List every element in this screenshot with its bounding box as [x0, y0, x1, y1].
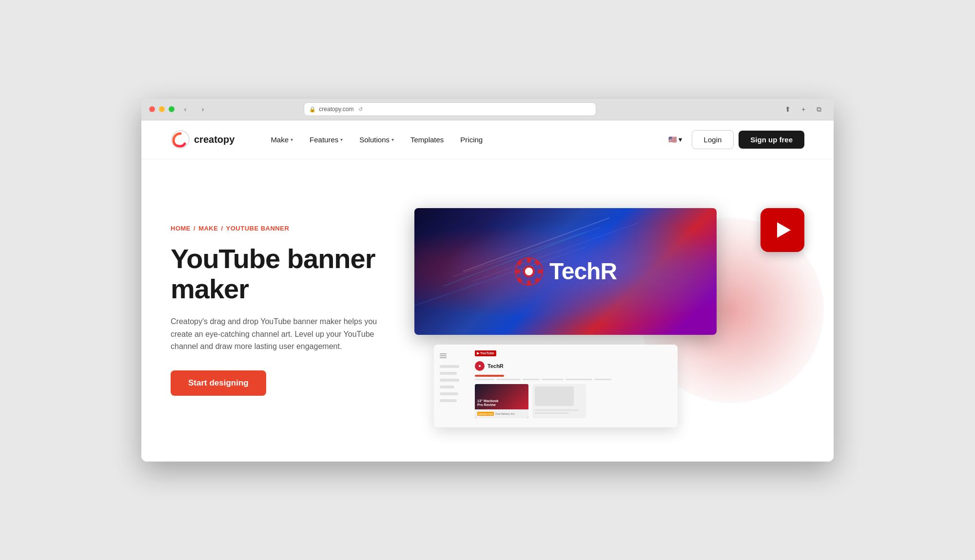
breadcrumb-home[interactable]: Home [171, 225, 191, 232]
yt-channel-row: TechR [475, 361, 672, 371]
refresh-icon: ↺ [358, 106, 363, 113]
gear-icon [514, 257, 544, 286]
yt-sidebar-item [440, 399, 457, 402]
chevron-down-icon: ▾ [291, 137, 293, 142]
svg-rect-10 [515, 270, 520, 273]
yt-card-tagline: Free Delivery Incl. [495, 412, 515, 415]
amazon-logo: amazon.com [477, 412, 494, 416]
forward-button[interactable]: › [196, 102, 210, 116]
nav-pricing-label: Pricing [460, 135, 483, 144]
svg-rect-11 [538, 270, 543, 273]
yt-sidebar-item [440, 379, 459, 382]
yt-card-title: 13" MacbookPro Review [477, 399, 526, 407]
minimize-button[interactable] [159, 106, 165, 112]
yt-sidebar-item [440, 365, 459, 368]
nav-links: Make ▾ Features ▾ Solutions ▾ Templates … [264, 132, 663, 148]
browser-right-controls: ⬆ + ⧉ [781, 102, 826, 116]
nav-features[interactable]: Features ▾ [303, 132, 350, 148]
hero-visual: TechR [414, 208, 804, 413]
flag-icon: 🇺🇸 [668, 135, 677, 143]
yt-channel-name: TechR [488, 363, 504, 369]
nav-make-label: Make [271, 135, 289, 144]
yt-main-content: ▶ YouTube TechR [475, 350, 672, 422]
svg-rect-15 [534, 259, 541, 266]
language-selector[interactable]: 🇺🇸 ▾ [663, 133, 687, 146]
signup-button[interactable]: Sign up free [739, 131, 804, 149]
svg-rect-8 [527, 258, 531, 263]
hero-content: Home / Make / YouTube Banner YouTube ban… [171, 225, 414, 396]
nav-templates-label: Templates [410, 135, 444, 144]
breadcrumb-sep2: / [221, 225, 223, 232]
yt-card-footer: amazon.com Free Delivery Incl. [475, 409, 528, 418]
yt-video-card-2 [532, 384, 586, 418]
yt-sidebar-item [440, 392, 458, 395]
yt-video-card-1: 13" MacbookPro Review amazon.com Free De… [475, 384, 528, 418]
svg-rect-19 [440, 357, 447, 358]
banner-preview-bg: TechR [414, 208, 717, 335]
play-triangle-icon [777, 222, 791, 238]
chevron-down-icon: ▾ [679, 135, 682, 143]
chevron-down-icon: ▾ [340, 137, 343, 142]
svg-rect-13 [534, 277, 541, 283]
svg-rect-18 [440, 355, 447, 356]
nav-right-controls: 🇺🇸 ▾ Login Sign up free [663, 130, 804, 149]
login-button[interactable]: Login [692, 130, 734, 149]
breadcrumb-page[interactable]: YouTube Banner [226, 225, 290, 232]
svg-point-21 [479, 365, 481, 367]
yt-card-placeholder [532, 384, 586, 416]
website-content: creatopy Make ▾ Features ▾ Solutions ▾ T… [141, 120, 834, 462]
hero-title: YouTube banner maker [171, 244, 395, 304]
back-button[interactable]: ‹ [178, 102, 192, 116]
hero-section: Home / Make / YouTube Banner YouTube ban… [141, 159, 834, 462]
breadcrumb: Home / Make / YouTube Banner [171, 225, 395, 232]
close-button[interactable] [149, 106, 155, 112]
nav-make[interactable]: Make ▾ [264, 132, 300, 148]
nav-features-label: Features [310, 135, 338, 144]
breadcrumb-sep1: / [194, 225, 195, 232]
tabs-button[interactable]: ⧉ [812, 102, 826, 116]
youtube-ui-mockup: ▶ YouTube TechR [434, 345, 678, 427]
nav-templates[interactable]: Templates [404, 132, 450, 148]
yt-channel-icon [475, 361, 485, 371]
logo-link[interactable]: creatopy [171, 130, 234, 149]
security-icon: 🔒 [309, 106, 316, 113]
start-designing-button[interactable]: Start designing [171, 370, 266, 396]
hero-description: Creatopy's drag and drop YouTube banner … [171, 315, 385, 353]
yt-sidebar-item [440, 372, 457, 375]
new-tab-button[interactable]: + [797, 102, 810, 116]
banner-logo: TechR [514, 257, 617, 286]
browser-titlebar: ‹ › 🔒 creatopy.com ↺ ⬆ + ⧉ [141, 99, 834, 120]
breadcrumb-make[interactable]: Make [198, 225, 218, 232]
youtube-play-button[interactable] [760, 208, 804, 252]
address-bar[interactable]: 🔒 creatopy.com ↺ [304, 102, 596, 116]
url-text: creatopy.com [319, 106, 353, 113]
yt-sidebar [440, 350, 469, 422]
svg-point-16 [525, 268, 533, 275]
nav-pricing[interactable]: Pricing [453, 132, 489, 148]
yt-tab-row [475, 379, 672, 380]
logo-text: creatopy [194, 134, 234, 145]
nav-solutions[interactable]: Solutions ▾ [352, 132, 401, 148]
share-button[interactable]: ⬆ [781, 102, 795, 116]
logo-icon [171, 130, 190, 149]
yt-header: ▶ YouTube [475, 350, 672, 356]
banner-preview: TechR [414, 208, 717, 335]
nav-solutions-label: Solutions [359, 135, 390, 144]
yt-video-cards: 13" MacbookPro Review amazon.com Free De… [475, 384, 672, 418]
hero-title-line1: YouTube banner [171, 243, 375, 274]
main-nav: creatopy Make ▾ Features ▾ Solutions ▾ T… [141, 120, 834, 159]
svg-rect-9 [527, 280, 531, 285]
chevron-down-icon: ▾ [391, 137, 394, 142]
yt-sidebar-item [440, 386, 454, 388]
yt-nav-bars [475, 379, 672, 380]
browser-window: ‹ › 🔒 creatopy.com ↺ ⬆ + ⧉ [141, 99, 834, 462]
maximize-button[interactable] [169, 106, 175, 112]
yt-subscribe-bar [475, 375, 504, 377]
svg-rect-17 [440, 353, 447, 354]
yt-menu-icon [440, 352, 469, 359]
banner-brand-name: TechR [549, 258, 617, 285]
youtube-logo-small: ▶ YouTube [475, 350, 496, 356]
hero-title-line2: maker [171, 273, 249, 304]
